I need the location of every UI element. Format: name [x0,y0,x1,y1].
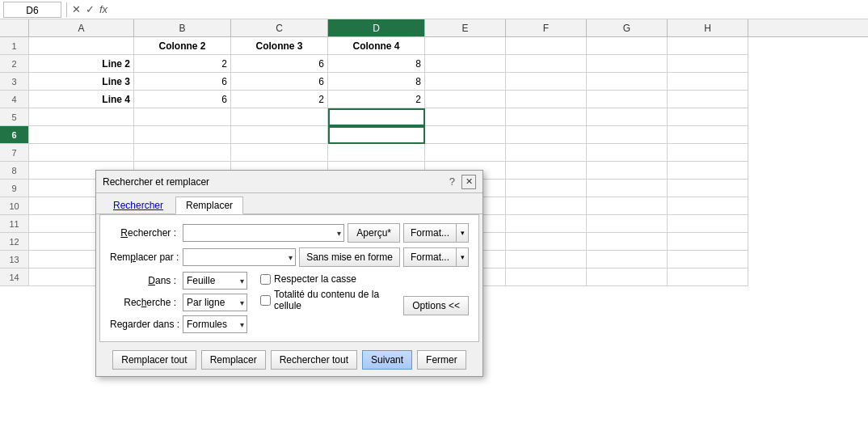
cell-b2[interactable]: 2 [134,55,231,73]
formula-input[interactable] [111,4,865,15]
col-headers: A B C D E F G H [0,19,868,37]
cell-g2[interactable] [587,55,668,73]
cell-d1[interactable]: Colonne 4 [328,37,425,55]
dans-select[interactable]: Feuille Classeur [183,272,247,290]
recherche-label: Recherche : [110,297,183,308]
checkbox-contenu[interactable] [260,295,271,306]
cell-c5[interactable] [231,108,328,126]
replace-all-button[interactable]: Remplacer tout [112,350,196,370]
col-header-b[interactable]: B [134,19,231,36]
format-main-button-search[interactable]: Format... [403,223,456,243]
cell-b5[interactable] [134,108,231,126]
format-arrow-button-search[interactable]: ▾ [456,223,469,243]
col-header-a[interactable]: A [29,19,134,36]
next-button[interactable]: Suivant [362,350,412,370]
col-header-e[interactable]: E [425,19,506,36]
cell-g5[interactable] [587,108,668,126]
checkbox-casse[interactable] [260,274,271,285]
col-header-f[interactable]: F [506,19,587,36]
dialog-title: Rechercher et remplacer [103,176,209,188]
col-header-g[interactable]: G [587,19,668,36]
cell-e5[interactable] [425,108,506,126]
formula-bar-icons: ✕ ✓ fx [72,3,107,15]
cell-e4[interactable] [425,91,506,108]
dans-select-wrap: Feuille Classeur [183,272,247,290]
row-num: 5 [0,108,29,126]
cell-d3[interactable]: 8 [328,73,425,91]
checkbox-casse-label[interactable]: Respecter la casse [260,273,397,285]
cell-h2[interactable] [668,55,748,73]
replace-input[interactable] [183,248,296,266]
cell-f5[interactable] [506,108,587,126]
cell-f3[interactable] [506,73,587,91]
clear-format-button[interactable]: Sans mise en forme [299,247,400,267]
cell-b3[interactable]: 6 [134,73,231,91]
cell-a5[interactable] [29,108,134,126]
cell-h1[interactable] [668,37,748,55]
cell-a2[interactable]: Line 2 [29,55,134,73]
cell-h4[interactable] [668,91,748,108]
cell-f1[interactable] [506,37,587,55]
cell-g6[interactable] [587,126,668,144]
cell-g3[interactable] [587,73,668,91]
cell-a1[interactable] [29,37,134,55]
table-row: 3 Line 3 6 6 8 [0,73,868,91]
cell-e6[interactable] [425,126,506,144]
dialog-help-icon[interactable]: ? [449,175,455,188]
cell-ref-box[interactable]: D6 [3,2,61,18]
cell-e2[interactable] [425,55,506,73]
cell-h5[interactable] [668,108,748,126]
spreadsheet-container: D6 ✕ ✓ fx A B C D E F G H 1 Colonne 2 Co… [0,0,868,427]
cell-d5[interactable] [328,108,425,126]
cell-f2[interactable] [506,55,587,73]
cell-b6[interactable] [134,126,231,144]
table-row: 7 [0,144,868,162]
col-header-c[interactable]: C [231,19,328,36]
checkbox-contenu-label[interactable]: Totalité du contenu de la cellule [260,289,397,311]
find-all-button[interactable]: Rechercher tout [271,350,357,370]
cell-g4[interactable] [587,91,668,108]
cell-d6[interactable] [328,126,425,144]
row-num-active: 6 [0,126,29,144]
cell-d4[interactable]: 2 [328,91,425,108]
cell-e1[interactable] [425,37,506,55]
cell-a6[interactable] [29,126,134,144]
cell-b1[interactable]: Colonne 2 [134,37,231,55]
cell-c3[interactable]: 6 [231,73,328,91]
search-input[interactable] [183,224,344,242]
cell-c1[interactable]: Colonne 3 [231,37,328,55]
cell-h6[interactable] [668,126,748,144]
formula-bar: D6 ✕ ✓ fx [0,0,868,19]
recherche-select[interactable]: Par ligne Par colonne [183,294,247,311]
preview-button[interactable]: Aperçu* [348,223,400,243]
row-num: 1 [0,37,29,55]
cell-e3[interactable] [425,73,506,91]
cell-h3[interactable] [668,73,748,91]
cell-c2[interactable]: 6 [231,55,328,73]
regarder-select[interactable]: Formules Valeurs Notes [183,315,247,333]
cancel-icon[interactable]: ✕ [72,3,81,15]
col-header-d[interactable]: D [328,19,425,36]
confirm-icon[interactable]: ✓ [86,3,95,15]
format-main-button-replace[interactable]: Format... [403,247,456,267]
tab-rechercher[interactable]: Rechercher [103,197,174,214]
dialog-close-button[interactable]: ✕ [461,175,476,189]
tab-remplacer[interactable]: Remplacer [175,197,243,214]
format-arrow-button-replace[interactable]: ▾ [456,247,469,267]
fx-icon[interactable]: fx [99,3,107,15]
cell-b4[interactable]: 6 [134,91,231,108]
cell-a3[interactable]: Line 3 [29,73,134,91]
cell-c6[interactable] [231,126,328,144]
options-button[interactable]: Options << [403,296,469,315]
cell-a4[interactable]: Line 4 [29,91,134,108]
cell-f6[interactable] [506,126,587,144]
col-header-h[interactable]: H [668,19,748,36]
cell-g1[interactable] [587,37,668,55]
replace-button[interactable]: Remplacer [201,350,266,370]
dans-label: Dans : [110,275,183,286]
close-button[interactable]: Fermer [417,350,466,370]
checkbox-casse-text: Respecter la casse [274,273,356,285]
cell-c4[interactable]: 2 [231,91,328,108]
cell-d2[interactable]: 8 [328,55,425,73]
cell-f4[interactable] [506,91,587,108]
